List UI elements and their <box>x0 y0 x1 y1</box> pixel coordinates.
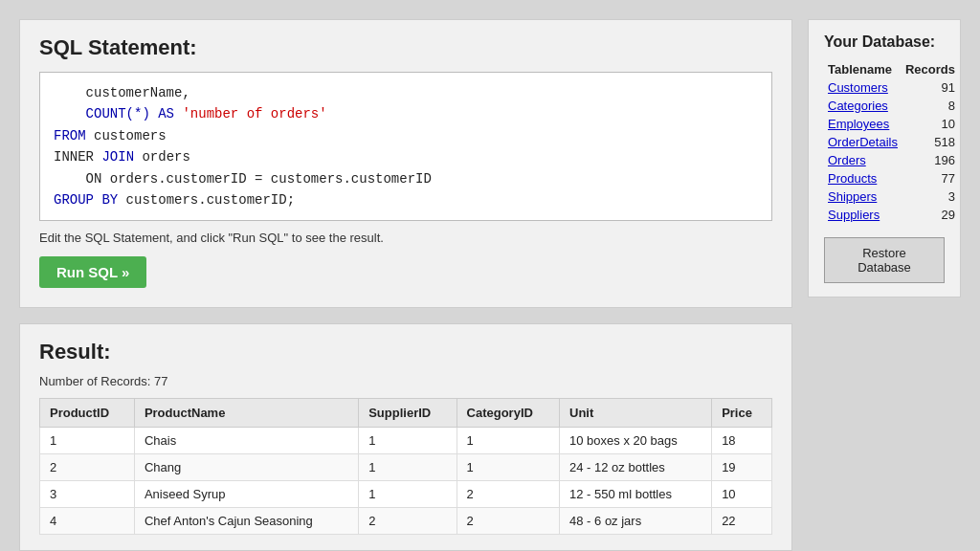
sidebar-table-records: 196 <box>902 151 959 169</box>
record-count: Number of Records: 77 <box>39 374 772 388</box>
sidebar-table-link[interactable]: Orders <box>824 151 902 169</box>
cell-unit: 48 - 6 oz jars <box>560 508 712 535</box>
cell-supplierid: 1 <box>359 428 457 454</box>
sidebar-table-link[interactable]: Products <box>824 169 902 187</box>
sql-code-4b: JOIN <box>101 149 134 165</box>
sidebar-table-records: 77 <box>902 169 959 187</box>
sidebar-table-link[interactable]: Customers <box>824 78 902 97</box>
sidebar-table-link[interactable]: Employees <box>824 115 902 133</box>
sidebar-table-row: Customers91 <box>824 78 959 97</box>
sidebar-table-records: 91 <box>902 78 959 97</box>
cell-productid: 2 <box>40 454 135 481</box>
sidebar-table-row: Employees10 <box>824 115 959 133</box>
result-section: Result: Number of Records: 77 ProductID … <box>19 323 792 551</box>
cell-supplierid: 1 <box>359 481 457 508</box>
cell-categoryid: 1 <box>457 428 560 454</box>
table-header-row: ProductID ProductName SupplierID Categor… <box>40 399 772 428</box>
sidebar-table-link[interactable]: OrderDetails <box>824 133 902 151</box>
cell-price: 22 <box>712 508 772 535</box>
sidebar-table-row: Categories8 <box>824 97 959 115</box>
sidebar-table-records: 518 <box>902 133 959 151</box>
sql-hint: Edit the SQL Statement, and click "Run S… <box>39 231 772 245</box>
sidebar-table-records: 29 <box>902 206 959 224</box>
table-row: 3Aniseed Syrup1212 - 550 ml bottles10 <box>40 481 772 508</box>
cell-supplierid: 2 <box>359 508 457 535</box>
col-header-productid: ProductID <box>40 399 135 428</box>
cell-productid: 1 <box>40 428 135 454</box>
cell-price: 19 <box>712 454 772 481</box>
sidebar-col-tablename: Tablename <box>824 60 902 78</box>
run-sql-button[interactable]: Run SQL » <box>39 256 146 288</box>
sidebar-table-row: Products77 <box>824 169 959 187</box>
main-panel: SQL Statement: customerName, COUNT(*) AS… <box>19 19 792 551</box>
cell-categoryid: 2 <box>457 481 560 508</box>
table-row: 2Chang1124 - 12 oz bottles19 <box>40 454 772 481</box>
sidebar-table-row: Shippers3 <box>824 187 959 206</box>
cell-categoryid: 2 <box>457 508 560 535</box>
sidebar-table-row: Suppliers29 <box>824 206 959 224</box>
sql-code-6a: GROUP BY <box>54 192 118 208</box>
sidebar-col-records: Records <box>902 60 959 78</box>
cell-price: 10 <box>712 481 772 508</box>
sidebar-table-link[interactable]: Shippers <box>824 187 902 206</box>
sidebar-table-link[interactable]: Suppliers <box>824 206 902 224</box>
cell-categoryid: 1 <box>457 454 560 481</box>
result-title: Result: <box>39 340 772 364</box>
col-header-price: Price <box>712 399 772 428</box>
sql-title: SQL Statement: <box>39 35 772 60</box>
cell-productname: Aniseed Syrup <box>134 481 358 508</box>
col-header-categoryid: CategoryID <box>457 399 560 428</box>
sql-section: SQL Statement: customerName, COUNT(*) AS… <box>19 19 792 308</box>
table-row: 1Chais1110 boxes x 20 bags18 <box>40 428 772 454</box>
sidebar-title: Your Database: <box>824 33 945 51</box>
col-header-productname: ProductName <box>134 399 358 428</box>
sql-code-3b: customers <box>86 128 167 143</box>
sql-code-2c: 'number of orders' <box>182 106 326 121</box>
cell-productname: Chang <box>134 454 358 481</box>
cell-productname: Chais <box>134 428 358 454</box>
col-header-supplierid: SupplierID <box>359 399 457 428</box>
sql-code-2b: COUNT(*) AS <box>86 106 183 121</box>
sidebar-table-row: OrderDetails518 <box>824 133 959 151</box>
restore-database-button[interactable]: Restore Database <box>824 237 945 283</box>
sql-code-6b: customers.customerID; <box>118 192 295 208</box>
sql-code-2a <box>54 106 86 121</box>
sql-code-4c: orders <box>134 149 190 165</box>
sidebar-table-row: Orders196 <box>824 151 959 169</box>
sidebar-table-link[interactable]: Categories <box>824 97 902 115</box>
cell-unit: 10 boxes x 20 bags <box>560 428 712 454</box>
cell-productid: 3 <box>40 481 135 508</box>
sidebar-table-records: 10 <box>902 115 959 133</box>
sql-code-5a: ON orders.customerID = customers.custome… <box>54 171 432 187</box>
cell-productname: Chef Anton's Cajun Seasoning <box>134 508 358 535</box>
cell-price: 18 <box>712 428 772 454</box>
sql-code-3a: FROM <box>54 128 86 143</box>
sql-editor[interactable]: customerName, COUNT(*) AS 'number of ord… <box>39 72 772 221</box>
sidebar-table-records: 3 <box>902 187 959 206</box>
sidebar-db-table: Tablename Records Customers91Categories8… <box>824 60 959 224</box>
result-table: ProductID ProductName SupplierID Categor… <box>39 398 772 535</box>
cell-productid: 4 <box>40 508 135 535</box>
cell-supplierid: 1 <box>359 454 457 481</box>
cell-unit: 12 - 550 ml bottles <box>560 481 712 508</box>
sidebar-table-records: 8 <box>902 97 959 115</box>
col-header-unit: Unit <box>560 399 712 428</box>
sql-code-1a: customerName, <box>54 85 190 100</box>
sidebar: Your Database: Tablename Records Custome… <box>808 19 961 298</box>
table-row: 4Chef Anton's Cajun Seasoning2248 - 6 oz… <box>40 508 772 535</box>
sql-code-4a: INNER <box>54 149 101 165</box>
cell-unit: 24 - 12 oz bottles <box>560 454 712 481</box>
